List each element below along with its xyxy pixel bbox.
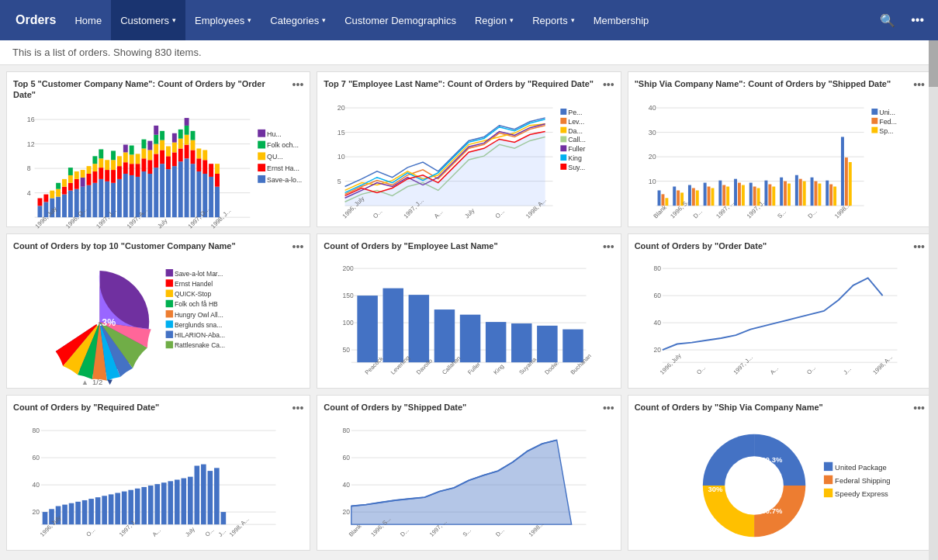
svg-rect-200 xyxy=(818,184,821,206)
svg-rect-15 xyxy=(56,196,61,217)
svg-text:1997, J...: 1997, J... xyxy=(745,197,767,220)
svg-text:Lev...: Lev... xyxy=(569,118,585,126)
svg-rect-41 xyxy=(99,149,103,158)
svg-rect-46 xyxy=(111,170,116,183)
svg-text:15: 15 xyxy=(337,129,345,137)
svg-text:QUICK-Stop: QUICK-Stop xyxy=(175,290,212,298)
more-icon[interactable]: ••• xyxy=(903,0,932,40)
svg-text:Save-a-lo...: Save-a-lo... xyxy=(267,175,302,183)
svg-rect-62 xyxy=(136,154,140,164)
svg-rect-253 xyxy=(434,309,455,362)
chart-menu-3[interactable]: ••• xyxy=(913,78,925,91)
chart-menu-4[interactable]: ••• xyxy=(292,240,304,253)
svg-rect-157 xyxy=(561,164,567,170)
svg-rect-309 xyxy=(148,486,154,524)
svg-text:D...: D... xyxy=(494,527,506,538)
svg-rect-203 xyxy=(833,187,836,206)
svg-rect-257 xyxy=(537,326,557,362)
svg-text:60: 60 xyxy=(343,454,351,461)
scrollbar-thumb[interactable] xyxy=(929,40,938,87)
svg-text:10: 10 xyxy=(337,153,345,161)
svg-text:July: July xyxy=(464,207,476,220)
svg-text:12: 12 xyxy=(27,140,35,147)
svg-rect-215 xyxy=(871,109,877,115)
chart-card-6: Count of Orders by "Order Date" ••• 80 6… xyxy=(628,233,932,389)
svg-rect-75 xyxy=(154,126,158,135)
svg-marker-338 xyxy=(351,440,572,524)
svg-rect-81 xyxy=(166,156,171,169)
chart-menu-2[interactable]: ••• xyxy=(603,78,614,91)
nav-brand[interactable]: Orders xyxy=(6,0,65,40)
svg-rect-26 xyxy=(74,178,79,188)
nav-employees[interactable]: Employees ▾ xyxy=(185,0,261,40)
svg-text:S...: S... xyxy=(776,209,787,220)
chart-area-5: 200 150 100 50 Peacock xyxy=(324,256,614,392)
svg-text:J...: J... xyxy=(842,365,852,375)
svg-rect-79 xyxy=(160,130,164,140)
nav-region[interactable]: Region ▾ xyxy=(466,0,523,40)
svg-rect-118 xyxy=(258,129,265,137)
svg-rect-301 xyxy=(95,497,101,524)
chart-card-4: Count of Orders by top 10 "Customer Comp… xyxy=(6,233,310,389)
svg-rect-298 xyxy=(75,501,81,524)
svg-rect-24 xyxy=(68,168,73,175)
svg-rect-39 xyxy=(99,168,103,179)
chart-area-2: 20 15 10 5 1996, July xyxy=(324,94,614,230)
svg-rect-153 xyxy=(561,146,567,152)
chevron-down-icon: ▾ xyxy=(322,16,326,24)
chart-card-3: "Ship Via Company Name": Count of Orders… xyxy=(628,71,932,227)
chart-menu-6[interactable]: ••• xyxy=(913,240,925,253)
nav-membership[interactable]: Membership xyxy=(584,0,659,40)
svg-text:39.3%: 39.3% xyxy=(761,455,782,463)
svg-rect-198 xyxy=(810,178,813,206)
chart-menu-7[interactable]: ••• xyxy=(292,402,304,414)
svg-text:Ernst Handel: Ernst Handel xyxy=(175,280,213,288)
svg-text:Pe...: Pe... xyxy=(569,109,583,116)
svg-rect-95 xyxy=(185,118,189,126)
search-icon[interactable]: 🔍 xyxy=(872,0,903,40)
svg-rect-94 xyxy=(185,126,189,135)
svg-text:Folk och få HB: Folk och få HB xyxy=(175,300,218,308)
svg-text:20: 20 xyxy=(653,346,661,354)
chart-card-5: Count of Orders by "Employee Last Name" … xyxy=(317,233,621,389)
svg-rect-201 xyxy=(826,181,829,206)
svg-rect-30 xyxy=(81,170,85,178)
svg-rect-305 xyxy=(122,491,127,524)
svg-rect-101 xyxy=(196,158,201,171)
svg-rect-177 xyxy=(703,183,706,206)
svg-rect-170 xyxy=(665,199,668,206)
nav-reports[interactable]: Reports ▾ xyxy=(523,0,584,40)
chart-menu-8[interactable]: ••• xyxy=(603,402,614,414)
svg-rect-302 xyxy=(102,496,107,524)
svg-rect-108 xyxy=(215,186,220,216)
chart-menu-5[interactable]: ••• xyxy=(603,240,614,253)
svg-rect-120 xyxy=(258,140,265,148)
svg-text:60: 60 xyxy=(32,454,40,461)
svg-rect-89 xyxy=(178,138,183,148)
svg-text:80: 80 xyxy=(653,264,661,272)
svg-rect-47 xyxy=(111,160,116,170)
svg-text:1998, A...: 1998, A... xyxy=(228,515,251,538)
svg-rect-205 xyxy=(845,157,848,206)
svg-rect-38 xyxy=(99,178,103,216)
chevron-down-icon: ▾ xyxy=(247,16,251,24)
nav-categories[interactable]: Categories ▾ xyxy=(261,0,335,40)
nav-home[interactable]: Home xyxy=(65,0,111,40)
svg-text:Blank: Blank xyxy=(652,204,667,220)
svg-text:74.3%: 74.3% xyxy=(88,317,116,328)
svg-rect-43 xyxy=(105,170,109,181)
svg-text:20: 20 xyxy=(337,104,345,112)
svg-rect-181 xyxy=(722,185,725,206)
svg-text:O...: O... xyxy=(805,365,817,376)
svg-text:40: 40 xyxy=(32,481,40,489)
svg-rect-51 xyxy=(117,156,122,166)
nav-customers[interactable]: Customers ▾ xyxy=(111,0,185,40)
chart-menu-1[interactable]: ••• xyxy=(292,78,304,91)
chart-title-3: "Ship Via Company Name": Count of Orders… xyxy=(635,78,925,89)
svg-text:1998, A...: 1998, A... xyxy=(871,354,894,376)
svg-rect-256 xyxy=(511,323,531,362)
chart-menu-9[interactable]: ••• xyxy=(913,402,925,414)
nav-customer-demographics[interactable]: Customer Demographics xyxy=(335,0,466,40)
svg-text:July: July xyxy=(184,525,196,538)
chart-title-6: Count of Orders by "Order Date" xyxy=(635,240,925,251)
